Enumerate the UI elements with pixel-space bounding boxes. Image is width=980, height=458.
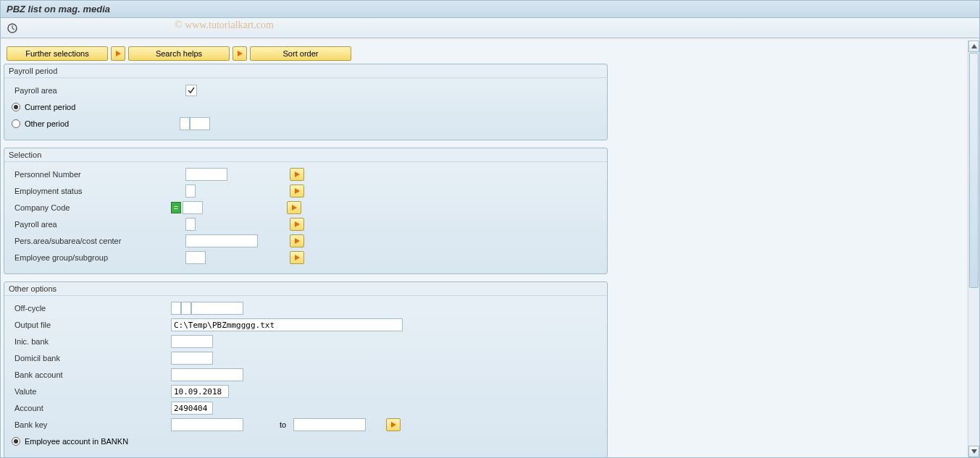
employment-status-input[interactable] (185, 185, 196, 198)
valute-input[interactable] (171, 385, 229, 398)
payroll-area-sel-label: Payroll area (12, 220, 171, 229)
employee-account-radio[interactable] (12, 437, 20, 446)
window-title: PBZ list on mag. media (1, 1, 979, 18)
further-selections-button[interactable]: Further selections (7, 46, 108, 61)
pers-area-label: Pers.area/subarea/cost center (12, 237, 171, 245)
app-toolbar: © www.tutorialkart.com (1, 18, 979, 38)
execute-icon[interactable] (7, 22, 18, 34)
other-period-radio[interactable] (12, 119, 20, 128)
bank-key-to-input[interactable] (293, 418, 366, 431)
inic-bank-label: Inic. bank (12, 337, 171, 346)
chevron-down-icon (971, 449, 977, 454)
offcycle-input-3[interactable] (191, 302, 243, 315)
domicil-bank-input[interactable] (171, 352, 213, 365)
sort-order-button[interactable]: Sort order (250, 46, 351, 61)
payroll-period-group: Payroll period Payroll area Current peri… (4, 64, 608, 140)
company-code-input[interactable] (183, 201, 203, 214)
employee-account-label: Employee account in BANKN (25, 437, 128, 446)
vertical-scrollbar[interactable] (968, 41, 979, 457)
group-title: Other options (4, 282, 607, 296)
payroll-area-validate-icon[interactable] (185, 85, 197, 96)
equals-indicator-icon[interactable]: = (171, 202, 181, 213)
scrollbar-thumb[interactable] (969, 53, 979, 288)
scroll-down-button[interactable] (968, 446, 979, 457)
other-period-input-2[interactable] (190, 117, 210, 130)
account-label: Account (12, 404, 171, 412)
selection-group: Selection Personnel Number Employment st… (4, 148, 608, 274)
output-file-label: Output file (12, 321, 171, 329)
personnel-number-input[interactable] (185, 168, 227, 181)
bank-key-label: Bank key (12, 420, 171, 429)
search-helps-button[interactable]: Search helps (128, 46, 230, 61)
sort-order-arrow-button[interactable] (233, 46, 247, 61)
inic-bank-input[interactable] (171, 335, 213, 348)
bank-account-input[interactable] (171, 368, 243, 381)
payroll-area-multi-button[interactable] (290, 218, 304, 231)
arrow-right-icon (238, 51, 243, 56)
employee-group-input[interactable] (185, 251, 206, 264)
employment-status-multi-button[interactable] (290, 185, 304, 198)
bank-key-from-input[interactable] (171, 418, 243, 431)
account-input[interactable] (171, 402, 213, 415)
domicil-bank-label: Domicil bank (12, 354, 171, 362)
search-helps-arrow-button[interactable] (111, 46, 125, 61)
payroll-area-label: Payroll area (12, 86, 171, 95)
other-period-input-1[interactable] (180, 117, 190, 130)
personnel-number-multi-button[interactable] (290, 168, 304, 181)
to-label: to (280, 420, 286, 429)
valute-label: Valute (12, 387, 171, 396)
chevron-up-icon (971, 44, 977, 48)
arrow-right-icon (295, 188, 300, 194)
arrow-right-icon (295, 255, 300, 260)
content-area: Further selections Search helps Sort ord… (1, 41, 967, 457)
employee-group-multi-button[interactable] (290, 251, 304, 264)
personnel-number-label: Personnel Number (12, 170, 171, 179)
arrow-right-icon (295, 238, 300, 244)
arrow-right-icon (295, 171, 300, 177)
current-period-radio[interactable] (12, 103, 20, 111)
employee-group-label: Employee group/subgroup (12, 253, 171, 262)
bank-account-label: Bank account (12, 370, 171, 379)
arrow-right-icon (295, 221, 300, 227)
company-code-multi-button[interactable] (287, 201, 301, 214)
offcycle-input-1[interactable] (171, 302, 181, 315)
arrow-right-icon (391, 422, 396, 428)
bank-key-multi-button[interactable] (386, 418, 401, 431)
other-options-group: Other options Off-cycle Output file Inic… (4, 281, 608, 457)
group-title: Payroll period (4, 64, 607, 78)
company-code-label: Company Code (12, 203, 171, 212)
payroll-area-sel-input[interactable] (185, 218, 196, 231)
other-period-label: Other period (25, 119, 180, 128)
output-file-input[interactable] (171, 318, 403, 331)
pers-area-multi-button[interactable] (290, 234, 304, 247)
employment-status-label: Employment status (12, 187, 171, 195)
offcycle-input-2[interactable] (181, 302, 191, 315)
arrow-right-icon (116, 51, 121, 56)
arrow-right-icon (292, 205, 297, 211)
group-title: Selection (4, 148, 607, 162)
scroll-up-button[interactable] (968, 41, 979, 52)
scrollbar-track[interactable] (968, 53, 979, 445)
pers-area-input[interactable] (185, 234, 258, 247)
current-period-label: Current period (25, 103, 75, 111)
offcycle-label: Off-cycle (12, 304, 171, 313)
action-button-row: Further selections Search helps Sort ord… (4, 46, 964, 61)
watermark-text: © www.tutorialkart.com (175, 20, 274, 31)
